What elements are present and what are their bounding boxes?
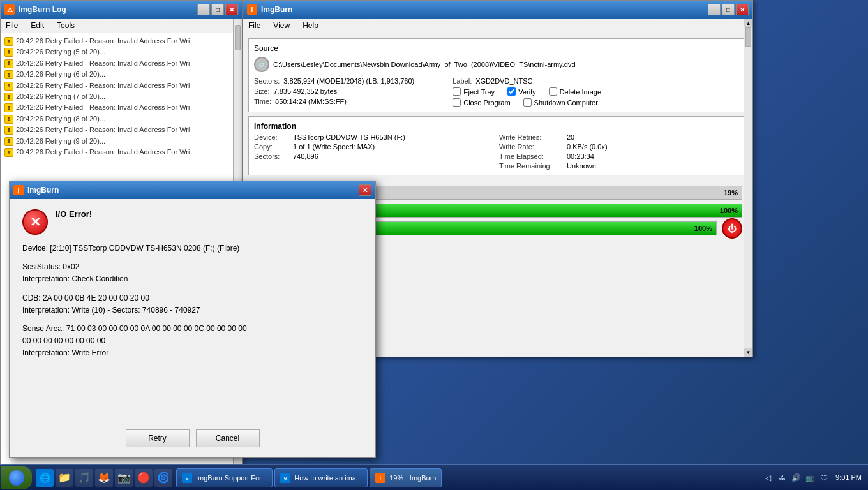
- delete-image-checkbox[interactable]: [549, 87, 557, 96]
- taskbar-icon-folder[interactable]: 📁: [56, 469, 73, 487]
- list-item: ! 20:42:26 Retrying (7 of 20)...: [3, 91, 239, 102]
- log-entry-text: 20:42:26 Retrying (8 of 20)...: [16, 114, 105, 124]
- power-button[interactable]: ⏻: [722, 218, 742, 239]
- source-row: 💿 C:\Users\Lesley\Documents\Newsbin Down…: [254, 57, 742, 72]
- taskbar-icon-extra3[interactable]: 🌀: [154, 469, 172, 487]
- main-titlebar[interactable]: I ImgBurn _ □ ✕: [243, 1, 752, 19]
- time-elapsed-value: 00:23:34: [567, 152, 594, 160]
- taskbar-app-how-to-write[interactable]: e How to write an ima...: [274, 468, 368, 487]
- verify-label: Verify: [518, 88, 536, 96]
- sectors-label: Sectors:: [254, 77, 280, 85]
- close-program-checkbox[interactable]: [453, 98, 461, 107]
- taskbar-icon-extra2[interactable]: 🔴: [135, 469, 153, 487]
- io-error-dialog: I ImgBurn ✕ ✕ I/O Error! Device: [2:1:0]…: [9, 181, 376, 458]
- log-menu-tools[interactable]: Tools: [54, 20, 77, 31]
- list-item: ! 20:42:26 Retry Failed - Reason: Invali…: [3, 58, 239, 69]
- scroll-up-btn[interactable]: ▲: [744, 19, 752, 27]
- error-title-text: I/O Error!: [56, 209, 92, 219]
- taskbar-app-imgburn-support[interactable]: e ImgBurn Support For...: [176, 468, 273, 487]
- main-minimize-btn[interactable]: _: [708, 4, 721, 15]
- taskbar-icon-extra1[interactable]: 📷: [115, 469, 133, 487]
- scroll-thumb[interactable]: [745, 27, 751, 47]
- error-dialog-icon: I: [13, 185, 24, 195]
- write-rate-value: 0 KB/s (0.0x): [567, 143, 608, 151]
- shutdown-computer-label: Shutdown Computer: [534, 99, 598, 107]
- scroll-down-btn[interactable]: ▼: [744, 348, 752, 357]
- taskbar-app-imgburn-main[interactable]: I 19% - ImgBurn: [370, 468, 442, 487]
- sense-label: Sense Area: 71 00 03 00 00 00 00 0A 00 0…: [22, 323, 363, 335]
- error-dialog-close-btn[interactable]: ✕: [359, 184, 371, 196]
- main-scrollbar[interactable]: ▲ ▼: [744, 19, 752, 357]
- list-item: ! 20:42:26 Retrying (6 of 20)...: [3, 69, 239, 80]
- delete-image-label: Delete Image: [560, 88, 601, 96]
- log-close-btn[interactable]: ✕: [225, 4, 238, 15]
- interpretation1-label: Interpretation:: [22, 274, 71, 283]
- warn-icon: !: [4, 48, 13, 57]
- list-item: ! 20:42:26 Retry Failed - Reason: Invali…: [3, 36, 239, 47]
- taskbar-icon-ie[interactable]: 🌐: [36, 469, 54, 487]
- device-label: Device:: [254, 133, 289, 141]
- info-sectors-label: Sectors:: [254, 152, 289, 160]
- log-titlebar[interactable]: ⚠ ImgBurn Log _ □ ✕: [1, 1, 242, 19]
- taskbar-volume-icon[interactable]: 🔊: [789, 471, 802, 484]
- warn-icon: !: [4, 148, 13, 157]
- error-device-text: Device: [2:1:0] TSSTcorp CDDVDW TS-H653N…: [22, 244, 239, 253]
- error-dialog-buttons: Retry Cancel: [22, 423, 363, 447]
- main-menu-file[interactable]: File: [246, 20, 263, 31]
- taskbar-time: 9:01 PM: [835, 473, 862, 482]
- sense-row: Sense Area: 71 00 03 00 00 00 00 0A 00 0…: [22, 323, 363, 347]
- error-dialog-titlebar[interactable]: I ImgBurn ✕: [10, 181, 375, 199]
- main-maximize-btn[interactable]: □: [722, 4, 735, 15]
- retry-button[interactable]: Retry: [126, 429, 190, 447]
- log-menubar: File Edit Tools: [1, 19, 242, 33]
- taskbar-right-area: ◁ 🖧 🔊 📺 🛡 9:01 PM: [759, 471, 867, 484]
- log-title-text: ImgBurn Log: [19, 5, 197, 14]
- write-retries-value: 20: [567, 133, 574, 141]
- taskbar-arrow-left-icon[interactable]: ◁: [761, 471, 774, 484]
- taskbar-clock[interactable]: 9:01 PM: [833, 473, 864, 482]
- main-title-text: ImgBurn: [261, 5, 708, 14]
- log-menu-file[interactable]: File: [3, 20, 20, 31]
- taskbar-network-icon[interactable]: 🖧: [775, 471, 788, 484]
- error-dialog-title: ImgBurn: [27, 186, 359, 195]
- interpretation3-label: Interpretation:: [22, 348, 71, 357]
- taskbar-icon-firefox[interactable]: 🦊: [95, 469, 113, 487]
- main-close-btn[interactable]: ✕: [736, 4, 749, 15]
- log-entry-text: 20:42:26 Retrying (9 of 20)...: [16, 137, 105, 146]
- log-entry-text: 20:42:26 Retry Failed - Reason: Invalid …: [16, 59, 190, 68]
- taskbar-app-label-2: How to write an ima...: [294, 474, 362, 482]
- log-menu-edit[interactable]: Edit: [28, 20, 47, 31]
- start-orb-icon: [9, 470, 24, 486]
- source-section: Source 💿 C:\Users\Lesley\Documents\Newsb…: [248, 38, 747, 112]
- error-body: Device: [2:1:0] TSSTcorp CDDVDW TS-H653N…: [22, 242, 363, 423]
- interpretation1-value: Check Condition: [71, 274, 128, 283]
- verify-checkbox[interactable]: [507, 87, 516, 96]
- main-menu-view[interactable]: View: [271, 20, 292, 31]
- source-section-title: Source: [254, 44, 742, 53]
- error-circle-icon: ✕: [22, 209, 48, 235]
- warn-icon: !: [4, 70, 13, 79]
- cancel-button[interactable]: Cancel: [196, 429, 260, 447]
- size-label: Size:: [254, 87, 269, 95]
- log-maximize-btn[interactable]: □: [211, 4, 224, 15]
- log-minimize-btn[interactable]: _: [197, 4, 210, 15]
- info-sectors-value: 740,896: [293, 152, 318, 160]
- main-menu-help[interactable]: Help: [300, 20, 321, 31]
- eject-tray-checkbox[interactable]: [453, 87, 461, 96]
- main-menubar: File View Help: [243, 19, 752, 33]
- sense-value2: 00 00 00 00 00 00 00 00: [22, 335, 363, 347]
- start-button[interactable]: [1, 466, 32, 489]
- interpretation2-label: Interpretation:: [22, 306, 71, 315]
- log-entry-text: 20:42:26 Retry Failed - Reason: Invalid …: [16, 81, 190, 91]
- sectors-value: 3,825,924 (MODE1/2048) (LB: 1,913,760): [283, 77, 414, 85]
- list-item: ! 20:42:26 Retrying (5 of 20)...: [3, 47, 239, 57]
- taskbar-display-icon[interactable]: 📺: [804, 471, 816, 484]
- log-scrollbar-thumb[interactable]: [235, 25, 241, 50]
- information-title: Information: [254, 122, 742, 131]
- log-window-controls: _ □ ✕: [197, 4, 238, 15]
- log-entry-text: 20:42:26 Retry Failed - Reason: Invalid …: [16, 36, 190, 46]
- taskbar-security-icon[interactable]: 🛡: [818, 471, 830, 484]
- shutdown-computer-checkbox[interactable]: [523, 98, 532, 107]
- taskbar-icon-media[interactable]: 🎵: [75, 469, 93, 487]
- warn-icon: !: [4, 126, 13, 135]
